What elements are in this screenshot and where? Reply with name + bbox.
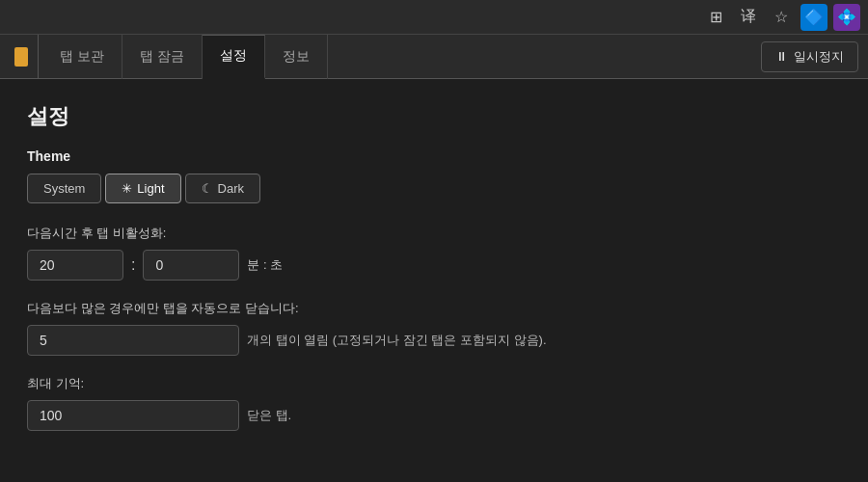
theme-light-btn[interactable]: ✳ Light [105,174,180,203]
sidebar-dot [14,47,28,67]
minutes-input[interactable] [143,250,239,281]
deactivate-inputs: : 분 : 초 [27,250,841,281]
deactivate-description: 다음시간 후 탭 비활성화: [27,225,841,242]
tab-bar: 탭 보관 탭 잠금 설정 정보 ⏸ 일시정지 [0,35,868,79]
sidebar-indicator [4,35,39,79]
auto-close-inputs: 개의 탭이 열림 (고정되거나 잠긴 탭은 포함되지 않음). [27,325,841,356]
auto-close-section: 다음보다 많은 경우에만 탭을 자동으로 닫습니다: 개의 탭이 열림 (고정되… [27,300,841,356]
tab-preservation[interactable]: 탭 보관 [42,35,122,79]
time-unit: 분 : 초 [247,256,283,274]
tab-settings[interactable]: 설정 [203,35,265,79]
tab-count-input[interactable] [27,325,239,356]
theme-label: Theme [27,148,841,164]
hours-input[interactable] [27,250,123,281]
light-label: Light [137,181,164,196]
pause-icon: ⏸ [775,49,788,64]
theme-system-btn[interactable]: System [27,174,101,203]
translate-icon[interactable]: 译 [735,4,762,31]
theme-section: Theme System ✳ Light ☾ Dark [27,148,841,203]
extension-icon[interactable]: 🔷 [800,4,827,31]
tab-info[interactable]: 정보 [265,35,328,79]
browser-chrome: ⊞ 译 ☆ 🔷 💠 [0,0,868,35]
dark-icon: ☾ [202,181,213,196]
page-title: 설정 [27,102,841,131]
deactivate-section: 다음시간 후 탭 비활성화: : 분 : 초 [27,225,841,281]
main-content: 설정 Theme System ✳ Light ☾ Dark 다음시간 후 탭 … [0,79,868,482]
tab-lock[interactable]: 탭 잠금 [122,35,203,79]
memory-section: 최대 기억: 닫은 탭. [27,375,841,431]
pause-button[interactable]: ⏸ 일시정지 [761,41,858,72]
memory-label: 최대 기억: [27,375,841,392]
pause-label: 일시정지 [794,48,844,66]
memory-input[interactable] [27,400,239,431]
memory-suffix: 닫은 탭. [247,407,291,424]
auto-close-suffix: 개의 탭이 열림 (고정되거나 잠긴 탭은 포함되지 않음). [247,332,547,349]
memory-inputs: 닫은 탭. [27,400,841,431]
light-icon: ✳ [122,181,132,196]
theme-group: System ✳ Light ☾ Dark [27,174,841,203]
dark-label: Dark [218,181,244,196]
profile-icon[interactable]: 💠 [833,4,860,31]
time-separator: : [131,256,135,274]
auto-close-description: 다음보다 많은 경우에만 탭을 자동으로 닫습니다: [27,300,841,317]
system-label: System [43,181,85,196]
star-icon[interactable]: ☆ [768,4,795,31]
grid-icon[interactable]: ⊞ [702,4,729,31]
theme-dark-btn[interactable]: ☾ Dark [185,174,260,203]
